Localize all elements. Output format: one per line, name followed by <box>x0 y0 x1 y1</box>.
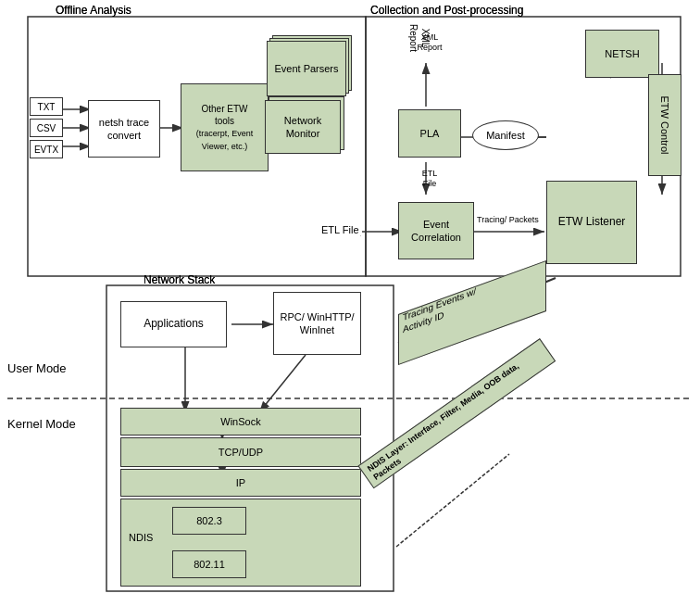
csv-box: CSV <box>30 119 63 137</box>
applications-box: Applications <box>120 301 227 347</box>
box-8023: 802.3 <box>172 507 246 535</box>
etw-listener-box: ETW Listener <box>546 181 637 264</box>
user-mode-label: User Mode <box>7 361 67 375</box>
etl-file-top: ETLFile <box>416 169 444 189</box>
rpc-box: RPC/ WinHTTP/ WinInet <box>273 292 361 355</box>
xml-report-text: XMLReport <box>416 32 444 53</box>
tcp-udp-box: TCP/UDP <box>120 437 361 467</box>
etw-control-box: ETW Control <box>648 74 681 176</box>
evtx-box: EVTX <box>30 140 63 158</box>
winsock-box: WinSock <box>120 408 361 436</box>
event-parsers-box: Event Parsers <box>267 41 346 96</box>
netsh-trace-box: netsh trace convert <box>88 100 160 158</box>
pla-box: PLA <box>398 109 461 158</box>
kernel-mode-label: Kernel Mode <box>7 417 76 431</box>
event-correlation-box: Event Correlation <box>398 202 474 259</box>
txt-box: TXT <box>30 97 63 116</box>
svg-line-28 <box>396 454 509 547</box>
ndis-label: NDIS <box>129 532 153 543</box>
manifest-box: Manifest <box>472 120 539 150</box>
collection-post-title: Collection and Post-processing <box>370 4 523 17</box>
tracing-packets-label: Tracing/ Packets <box>477 215 539 226</box>
ndis-outer-box: NDIS 802.3 802.11 <box>120 499 361 587</box>
box-80211: 802.11 <box>172 550 246 578</box>
network-stack-title: Network Stack <box>144 273 215 286</box>
netsh-box: NETSH <box>585 30 659 78</box>
etl-file-left: ETL File <box>319 224 362 235</box>
ndis-layer-label: NDIS Layer: Interface, Filter, Media, OO… <box>357 338 556 488</box>
ip-box: IP <box>120 469 361 497</box>
network-monitor-box: Network Monitor <box>265 100 341 154</box>
svg-line-23 <box>259 355 306 412</box>
other-etw-box: Other ETWtools(tracerpt, EventViewer, et… <box>181 83 269 171</box>
offline-analysis-title: Offline Analysis <box>56 4 131 17</box>
